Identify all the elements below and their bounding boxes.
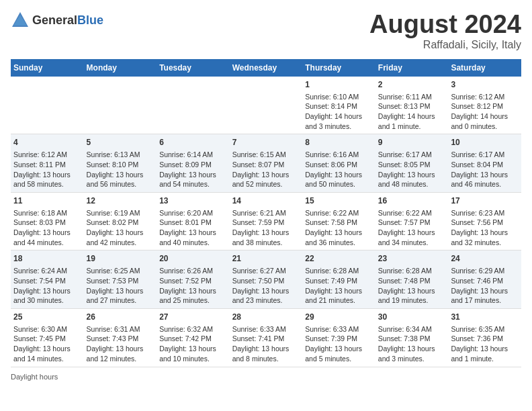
day-number: 13	[159, 195, 227, 207]
calendar-cell: 31Sunrise: 6:35 AMSunset: 7:36 PMDayligh…	[448, 308, 521, 367]
day-detail: Sunrise: 6:17 AM	[451, 150, 519, 160]
calendar-cell: 10Sunrise: 6:17 AMSunset: 8:04 PMDayligh…	[448, 134, 521, 193]
day-detail: and 44 minutes.	[13, 238, 81, 248]
day-detail: Daylight: 13 hours	[378, 286, 446, 296]
day-detail: Daylight: 13 hours	[232, 344, 300, 354]
day-detail: Sunset: 8:06 PM	[305, 160, 373, 170]
logo: GeneralBlue	[11, 11, 103, 30]
calendar-cell: 28Sunrise: 6:33 AMSunset: 7:41 PMDayligh…	[230, 308, 303, 367]
day-detail: Sunrise: 6:15 AM	[232, 150, 300, 160]
day-number: 10	[451, 137, 519, 148]
day-detail: and 34 minutes.	[378, 238, 446, 248]
day-detail: Sunrise: 6:34 AM	[378, 324, 446, 334]
logo-general: General	[32, 13, 77, 27]
calendar-cell: 16Sunrise: 6:22 AMSunset: 7:57 PMDayligh…	[375, 192, 449, 250]
day-detail: Daylight: 14 hours	[378, 111, 446, 122]
day-detail: Sunrise: 6:24 AM	[13, 266, 81, 276]
day-detail: and 48 minutes.	[378, 179, 446, 189]
calendar-cell: 22Sunrise: 6:28 AMSunset: 7:49 PMDayligh…	[302, 250, 375, 309]
day-detail: Daylight: 13 hours	[232, 228, 300, 238]
svg-marker-1	[13, 15, 27, 26]
day-detail: Sunset: 8:02 PM	[87, 218, 154, 228]
day-detail: Sunset: 7:36 PM	[451, 334, 519, 344]
calendar-cell: 21Sunrise: 6:27 AMSunset: 7:50 PMDayligh…	[230, 250, 303, 309]
day-detail: Sunrise: 6:13 AM	[87, 150, 154, 160]
day-detail: Sunset: 7:56 PM	[451, 218, 519, 228]
day-detail: and 27 minutes.	[87, 295, 154, 306]
day-detail: Sunrise: 6:33 AM	[232, 324, 300, 334]
calendar-cell: 4Sunrise: 6:12 AMSunset: 8:11 PMDaylight…	[11, 134, 84, 193]
day-detail: Sunset: 7:45 PM	[13, 334, 81, 344]
day-detail: Sunrise: 6:28 AM	[305, 266, 373, 276]
day-detail: and 46 minutes.	[451, 179, 519, 189]
day-number: 6	[159, 137, 227, 148]
day-header-saturday: Saturday	[448, 59, 521, 77]
day-number: 15	[305, 195, 373, 207]
calendar-cell: 5Sunrise: 6:13 AMSunset: 8:10 PMDaylight…	[84, 134, 157, 193]
day-detail: Sunrise: 6:29 AM	[451, 266, 519, 276]
day-detail: Sunset: 8:11 PM	[13, 160, 81, 170]
calendar-cell: 27Sunrise: 6:32 AMSunset: 7:42 PMDayligh…	[157, 308, 230, 367]
calendar-cell: 26Sunrise: 6:31 AMSunset: 7:43 PMDayligh…	[84, 308, 157, 367]
day-detail: Daylight: 13 hours	[451, 344, 519, 354]
calendar-cell	[157, 77, 230, 134]
day-detail: Sunrise: 6:23 AM	[451, 208, 519, 218]
day-detail: Daylight: 13 hours	[159, 170, 227, 180]
day-detail: Sunrise: 6:12 AM	[13, 150, 81, 160]
day-detail: Daylight: 13 hours	[451, 170, 519, 180]
day-number: 29	[305, 312, 373, 323]
day-detail: Daylight: 13 hours	[87, 228, 154, 238]
day-detail: Daylight: 13 hours	[378, 170, 446, 180]
logo-icon	[11, 11, 30, 30]
day-detail: and 14 minutes.	[13, 354, 81, 364]
day-detail: Daylight: 13 hours	[87, 170, 154, 180]
day-detail: Sunset: 8:01 PM	[159, 218, 227, 228]
day-detail: Sunrise: 6:30 AM	[13, 324, 81, 334]
calendar-cell: 14Sunrise: 6:21 AMSunset: 7:59 PMDayligh…	[230, 192, 303, 250]
day-detail: Sunset: 8:10 PM	[87, 160, 154, 170]
title-area: August 2024 Raffadali, Sicily, Italy	[369, 11, 521, 51]
day-detail: Daylight: 13 hours	[159, 286, 227, 296]
day-detail: Sunrise: 6:35 AM	[451, 324, 519, 334]
calendar-cell: 18Sunrise: 6:24 AMSunset: 7:54 PMDayligh…	[11, 250, 84, 309]
day-detail: Daylight: 13 hours	[305, 228, 373, 238]
day-number: 19	[87, 253, 154, 265]
day-number: 3	[451, 79, 519, 91]
day-number: 1	[305, 79, 373, 91]
day-detail: Sunrise: 6:17 AM	[378, 150, 446, 160]
day-detail: and 8 minutes.	[232, 354, 300, 364]
day-detail: and 36 minutes.	[305, 238, 373, 248]
day-detail: and 42 minutes.	[87, 238, 154, 248]
day-number: 12	[87, 195, 154, 207]
day-detail: and 3 minutes.	[378, 354, 446, 364]
day-detail: Sunrise: 6:28 AM	[378, 266, 446, 276]
day-detail: Daylight: 13 hours	[13, 228, 81, 238]
calendar-cell: 3Sunrise: 6:12 AMSunset: 8:12 PMDaylight…	[448, 77, 521, 134]
day-number: 9	[378, 137, 446, 148]
day-detail: Daylight: 13 hours	[87, 344, 154, 354]
day-detail: and 21 minutes.	[305, 295, 373, 306]
day-number: 18	[13, 253, 81, 265]
day-number: 31	[451, 312, 519, 323]
day-detail: Sunset: 8:13 PM	[378, 101, 446, 111]
day-detail: and 3 minutes.	[305, 122, 373, 132]
day-detail: Daylight: 13 hours	[159, 228, 227, 238]
day-number: 25	[13, 312, 81, 323]
calendar-cell: 7Sunrise: 6:15 AMSunset: 8:07 PMDaylight…	[230, 134, 303, 193]
days-header-row: SundayMondayTuesdayWednesdayThursdayFrid…	[11, 59, 521, 77]
day-number: 16	[378, 195, 446, 207]
week-row: 4Sunrise: 6:12 AMSunset: 8:11 PMDaylight…	[11, 134, 521, 193]
week-row: 18Sunrise: 6:24 AMSunset: 7:54 PMDayligh…	[11, 250, 521, 309]
day-detail: Sunset: 8:05 PM	[378, 160, 446, 170]
day-detail: Daylight: 13 hours	[451, 286, 519, 296]
day-number: 7	[232, 137, 300, 148]
day-detail: Sunset: 7:52 PM	[159, 276, 227, 286]
day-detail: Sunset: 7:50 PM	[232, 276, 300, 286]
day-detail: Daylight: 14 hours	[451, 111, 519, 122]
day-detail: and 50 minutes.	[305, 179, 373, 189]
calendar-cell	[84, 77, 157, 134]
calendar-cell: 25Sunrise: 6:30 AMSunset: 7:45 PMDayligh…	[11, 308, 84, 367]
day-number: 20	[159, 253, 227, 265]
day-number: 8	[305, 137, 373, 148]
day-detail: and 19 minutes.	[378, 295, 446, 306]
